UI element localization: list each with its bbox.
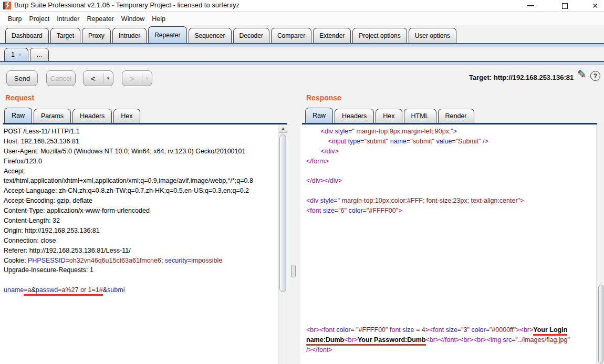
- code-segment: text/html,application/xhtml+xml,applicat…: [4, 177, 253, 184]
- code-segment: ="#0000ff": [486, 326, 516, 334]
- request-editor[interactable]: POST /Less-11/ HTTP/1.1Host: 192.168.253…: [0, 124, 278, 364]
- next-request-button[interactable]: > ▼: [122, 70, 152, 86]
- menu-item-intruder[interactable]: Intruder: [53, 14, 83, 24]
- burp-logo-icon: [3, 2, 11, 9]
- separator-band: [0, 43, 604, 47]
- dropdown-arrow-icon[interactable]: ▼: [142, 76, 152, 81]
- maximize-button[interactable]: [557, 0, 572, 12]
- code-segment: >: [398, 207, 402, 214]
- tab-dashboard[interactable]: Dashboard: [5, 28, 49, 43]
- menu-item-help[interactable]: Help: [148, 14, 169, 24]
- response-tab-render[interactable]: Render: [438, 109, 474, 123]
- code-segment: ="submit": [407, 138, 434, 145]
- code-segment: type: [348, 138, 361, 145]
- code-line: [4, 275, 278, 285]
- close-button[interactable]: ✕: [587, 0, 603, 12]
- code-segment: ><font: [425, 326, 446, 334]
- chevron-left-icon: <: [84, 74, 103, 83]
- response-panel-title: Response: [306, 93, 341, 102]
- response-tab-raw[interactable]: Raw: [305, 108, 333, 123]
- code-segment: Accept-Encoding: gzip, deflate: [4, 197, 92, 204]
- previous-request-button[interactable]: < ▼: [83, 70, 113, 86]
- code-segment: =" margin-top:9px;margin-left:90px;": [348, 128, 453, 135]
- code-line: Content-Type: application/x-www-form-url…: [4, 206, 278, 216]
- subtab-close-icon[interactable]: ×: [18, 52, 22, 58]
- response-tab-html[interactable]: HTML: [404, 109, 436, 123]
- code-segment: = "#FFFF00": [350, 326, 388, 334]
- code-segment: Cookie:: [4, 257, 28, 264]
- code-segment: <br><font: [306, 326, 336, 334]
- code-segment: Accept-Language: zh-CN,zh;q=0.8,zh-TW;q=…: [4, 187, 249, 194]
- code-segment: src: [503, 336, 512, 344]
- code-segment: style: [320, 197, 334, 204]
- code-line: <font size="6" color="#FFFF00">: [306, 206, 597, 216]
- code-segment: ><br>: [516, 326, 533, 334]
- tab-comparer[interactable]: Comparer: [271, 28, 311, 43]
- menu-item-project[interactable]: Project: [25, 14, 53, 24]
- code-line: [306, 226, 597, 236]
- code-segment: <div: [321, 128, 335, 135]
- code-line: [306, 236, 597, 246]
- code-segment: Your Login: [533, 326, 567, 336]
- code-line: [306, 275, 597, 285]
- code-line: [306, 315, 597, 325]
- menu-item-burp[interactable]: Burp: [4, 14, 25, 24]
- code-line: </div>: [306, 147, 597, 157]
- code-segment: Firefox/123.0: [4, 158, 42, 165]
- dropdown-arrow-icon[interactable]: ▼: [103, 76, 113, 81]
- code-segment: color: [472, 326, 486, 334]
- code-segment: name: [390, 138, 407, 145]
- menu-item-repeater[interactable]: Repeater: [83, 14, 117, 24]
- code-segment: name:Dumb: [306, 336, 344, 346]
- menu-item-window[interactable]: Window: [118, 14, 148, 24]
- tab-proxy[interactable]: Proxy: [82, 28, 111, 43]
- repeater-subtab-1[interactable]: 1×: [4, 48, 28, 61]
- minimize-button[interactable]: [523, 0, 538, 12]
- tab-target[interactable]: Target: [50, 28, 80, 43]
- tab-intruder[interactable]: Intruder: [112, 28, 147, 43]
- panel-divider-grip[interactable]: [291, 265, 296, 277]
- code-segment: />: [481, 138, 488, 145]
- menu-bar: BurpProjectIntruderRepeaterWindowHelp: [0, 12, 604, 25]
- code-segment: ="3": [457, 326, 470, 334]
- tab-extender[interactable]: Extender: [313, 28, 351, 43]
- repeater-subtab-[interactable]: ...: [30, 48, 49, 61]
- code-line: Accept-Language: zh-CN,zh;q=0.8,zh-TW;q=…: [4, 186, 278, 196]
- code-line: [306, 295, 597, 305]
- request-tab-raw[interactable]: Raw: [4, 108, 32, 123]
- code-segment: Connection: close: [4, 237, 56, 244]
- code-line: [306, 256, 597, 266]
- tab-repeater[interactable]: Repeater: [148, 26, 186, 43]
- code-line: User-Agent: Mozilla/5.0 (Windows NT 10.0…: [4, 147, 278, 157]
- code-line: Origin: http://192.168.253.136:81: [4, 226, 278, 236]
- code-segment: Content-Length: 32: [4, 217, 60, 224]
- edit-pencil-icon[interactable]: ✎: [577, 68, 587, 81]
- tab-sequencer[interactable]: Sequencer: [189, 28, 232, 43]
- response-editor[interactable]: <div style=" margin-top:9px;margin-left:…: [300, 124, 597, 364]
- code-line: Accept-Encoding: gzip, deflate: [4, 196, 278, 206]
- request-tab-params[interactable]: Params: [34, 109, 71, 123]
- send-button[interactable]: Send: [6, 70, 38, 86]
- scrollbar-thumb[interactable]: [598, 285, 603, 363]
- response-tab-hex[interactable]: Hex: [376, 109, 402, 123]
- scroll-up-arrow-icon[interactable]: ▲: [279, 124, 287, 133]
- code-line: /></font>: [306, 345, 597, 355]
- code-line: [306, 186, 597, 196]
- response-tab-headers[interactable]: Headers: [335, 109, 374, 123]
- code-line: Firefox/123.0: [4, 157, 278, 167]
- scrollbar-thumb[interactable]: [279, 134, 286, 292]
- code-segment: security: [165, 257, 188, 264]
- request-tab-hex[interactable]: Hex: [113, 109, 140, 123]
- request-scrollbar[interactable]: ▲: [278, 124, 287, 364]
- cancel-button[interactable]: Cancel: [46, 70, 76, 86]
- code-segment: =" margin-top:10px;color:#FFF; font-size…: [334, 197, 520, 204]
- tab-decoder[interactable]: Decoder: [233, 28, 269, 43]
- tab-user-options[interactable]: User options: [409, 28, 456, 43]
- code-segment: color: [336, 326, 350, 334]
- code-line: </form>: [306, 157, 597, 167]
- help-icon[interactable]: ?: [590, 71, 600, 81]
- response-scrollbar[interactable]: [597, 124, 604, 364]
- code-line: <input type="submit" name="submit" value…: [306, 137, 597, 147]
- tab-project-options[interactable]: Project options: [352, 28, 407, 43]
- request-tab-headers[interactable]: Headers: [72, 109, 112, 123]
